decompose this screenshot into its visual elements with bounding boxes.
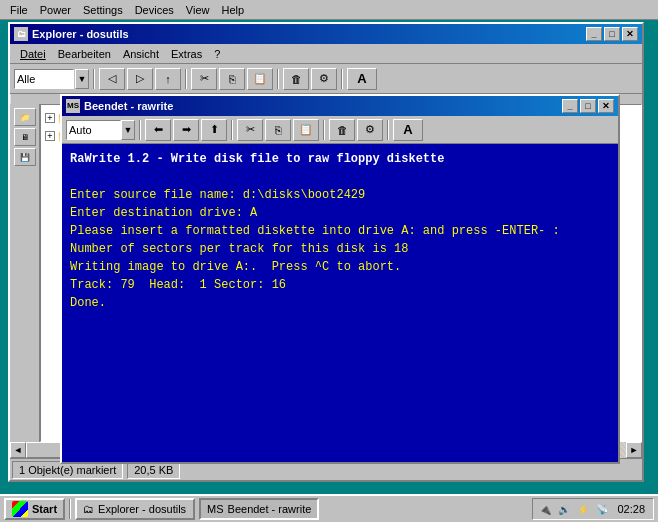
explorer-menu-ansicht[interactable]: Ansicht bbox=[117, 46, 165, 62]
terminal-line-6: Writing image to drive A:. Press ^C to a… bbox=[70, 258, 610, 276]
taskbar-explorer-label: Explorer - dosutils bbox=[98, 503, 186, 515]
explorer-menu-extras[interactable]: Extras bbox=[165, 46, 208, 62]
tb-back[interactable]: ◁ bbox=[99, 68, 125, 90]
start-label: Start bbox=[32, 503, 57, 515]
explorer-sidebar: 📁 🖥 💾 bbox=[10, 104, 40, 442]
menu-help[interactable]: Help bbox=[215, 2, 250, 18]
sidebar-btn-3[interactable]: 💾 bbox=[14, 148, 36, 166]
rawrite-close-btn[interactable]: ✕ bbox=[598, 99, 614, 113]
tb-forward[interactable]: ▷ bbox=[127, 68, 153, 90]
rw-btn-1[interactable]: ⬅ bbox=[145, 119, 171, 141]
rw-sep-3 bbox=[323, 120, 325, 140]
rw-sep-1 bbox=[139, 120, 141, 140]
tray-extra-icon: 📡 bbox=[594, 501, 610, 517]
rw-sep-4 bbox=[387, 120, 389, 140]
terminal-line-0: RaWrite 1.2 - Write disk file to raw flo… bbox=[70, 150, 610, 168]
taskbar-rawrite-label: Beendet - rawrite bbox=[228, 503, 312, 515]
taskbar-explorer-icon: 🗂 bbox=[83, 503, 94, 515]
rawrite-title-buttons: _ □ ✕ bbox=[562, 99, 614, 113]
rawrite-window: MS Beendet - rawrite _ □ ✕ Auto ▼ ⬅ ➡ ⬆ … bbox=[60, 94, 620, 464]
rw-combo[interactable]: Auto bbox=[66, 120, 121, 140]
taskbar-btn-rawrite[interactable]: MS Beendet - rawrite bbox=[199, 498, 319, 520]
taskbar-right: 🔌 🔊 ⚡ 📡 02:28 bbox=[532, 498, 654, 520]
explorer-window-icon: 🗂 bbox=[14, 27, 28, 41]
scroll-right-btn[interactable]: ► bbox=[626, 442, 642, 458]
rw-combo-arrow[interactable]: ▼ bbox=[121, 120, 135, 140]
terminal-line-8: Done. bbox=[70, 294, 610, 312]
rw-btn-7[interactable]: 🗑 bbox=[329, 119, 355, 141]
toolbar-sep-2 bbox=[185, 69, 187, 89]
rawrite-maximize-btn[interactable]: □ bbox=[580, 99, 596, 113]
tb-large-font[interactable]: A bbox=[347, 68, 377, 90]
explorer-minimize-btn[interactable]: _ bbox=[586, 27, 602, 41]
terminal-line-4: Please insert a formatted diskette into … bbox=[70, 222, 610, 240]
explorer-menu-bearbeiten[interactable]: Bearbeiten bbox=[52, 46, 117, 62]
tray-power-icon: ⚡ bbox=[575, 501, 591, 517]
windows-logo-icon bbox=[12, 501, 28, 517]
rawrite-window-icon: MS bbox=[66, 99, 80, 113]
rw-sep-2 bbox=[231, 120, 233, 140]
rawrite-title-text: Beendet - rawrite bbox=[84, 100, 173, 112]
toolbar-sep-1 bbox=[93, 69, 95, 89]
rw-combo-wrap: Auto ▼ bbox=[66, 120, 135, 140]
rw-btn-5[interactable]: ⎘ bbox=[265, 119, 291, 141]
system-tray: 🔌 🔊 ⚡ 📡 02:28 bbox=[532, 498, 654, 520]
taskbar-btn-explorer[interactable]: 🗂 Explorer - dosutils bbox=[75, 498, 195, 520]
expand-boot[interactable]: + bbox=[45, 113, 55, 123]
explorer-close-btn[interactable]: ✕ bbox=[622, 27, 638, 41]
terminal-line-3: Enter destination drive: A bbox=[70, 204, 610, 222]
rw-btn-font[interactable]: A bbox=[393, 119, 423, 141]
start-button[interactable]: Start bbox=[4, 498, 65, 520]
tb-up[interactable]: ↑ bbox=[155, 68, 181, 90]
menu-bar: File Power Settings Devices View Help bbox=[0, 0, 658, 20]
rawrite-title-bar: MS Beendet - rawrite _ □ ✕ bbox=[62, 96, 618, 116]
menu-view[interactable]: View bbox=[180, 2, 216, 18]
explorer-toolbar: Alle ▼ ◁ ▷ ↑ ✂ ⎘ 📋 🗑 ⚙ A bbox=[10, 64, 642, 94]
address-combo[interactable]: Alle bbox=[14, 69, 74, 89]
menu-file[interactable]: File bbox=[4, 2, 34, 18]
explorer-title: Explorer - dosutils bbox=[32, 28, 129, 40]
tray-sound-icon: 🔊 bbox=[556, 501, 572, 517]
toolbar-sep-4 bbox=[341, 69, 343, 89]
taskbar-rawrite-icon: MS bbox=[207, 503, 224, 515]
explorer-menu-help[interactable]: ? bbox=[208, 46, 226, 62]
rawrite-terminal: RaWrite 1.2 - Write disk file to raw flo… bbox=[62, 144, 618, 462]
tb-delete[interactable]: 🗑 bbox=[283, 68, 309, 90]
address-combo-arrow[interactable]: ▼ bbox=[75, 69, 89, 89]
rw-btn-3[interactable]: ⬆ bbox=[201, 119, 227, 141]
rawrite-toolbar: Auto ▼ ⬅ ➡ ⬆ ✂ ⎘ 📋 🗑 ⚙ A bbox=[62, 116, 618, 144]
rw-btn-4[interactable]: ✂ bbox=[237, 119, 263, 141]
sidebar-btn-1[interactable]: 📁 bbox=[14, 108, 36, 126]
expand-disks[interactable]: + bbox=[45, 131, 55, 141]
explorer-window: 🗂 Explorer - dosutils _ □ ✕ Datei Bearbe… bbox=[8, 22, 644, 482]
taskbar: Start 🗂 Explorer - dosutils MS Beendet -… bbox=[0, 494, 658, 522]
explorer-menu-bar: Datei Bearbeiten Ansicht Extras ? bbox=[10, 44, 642, 64]
explorer-maximize-btn[interactable]: □ bbox=[604, 27, 620, 41]
menu-power[interactable]: Power bbox=[34, 2, 77, 18]
rw-btn-2[interactable]: ➡ bbox=[173, 119, 199, 141]
explorer-title-bar: 🗂 Explorer - dosutils _ □ ✕ bbox=[10, 24, 642, 44]
explorer-title-buttons: _ □ ✕ bbox=[586, 27, 638, 41]
tb-paste[interactable]: 📋 bbox=[247, 68, 273, 90]
tb-cut[interactable]: ✂ bbox=[191, 68, 217, 90]
tray-network-icon: 🔌 bbox=[537, 501, 553, 517]
terminal-line-2: Enter source file name: d:\disks\boot242… bbox=[70, 186, 610, 204]
explorer-menu-datei[interactable]: Datei bbox=[14, 46, 52, 62]
sidebar-btn-2[interactable]: 🖥 bbox=[14, 128, 36, 146]
rw-btn-8[interactable]: ⚙ bbox=[357, 119, 383, 141]
tb-copy[interactable]: ⎘ bbox=[219, 68, 245, 90]
terminal-line-7: Track: 79 Head: 1 Sector: 16 bbox=[70, 276, 610, 294]
menu-settings[interactable]: Settings bbox=[77, 2, 129, 18]
terminal-line-5: Number of sectors per track for this dis… bbox=[70, 240, 610, 258]
tb-properties[interactable]: ⚙ bbox=[311, 68, 337, 90]
rawrite-minimize-btn[interactable]: _ bbox=[562, 99, 578, 113]
scroll-left-btn[interactable]: ◄ bbox=[10, 442, 26, 458]
menu-devices[interactable]: Devices bbox=[129, 2, 180, 18]
terminal-line-1 bbox=[70, 168, 610, 186]
rw-btn-6[interactable]: 📋 bbox=[293, 119, 319, 141]
taskbar-clock: 02:28 bbox=[613, 503, 649, 515]
toolbar-sep-3 bbox=[277, 69, 279, 89]
taskbar-sep bbox=[69, 499, 71, 519]
